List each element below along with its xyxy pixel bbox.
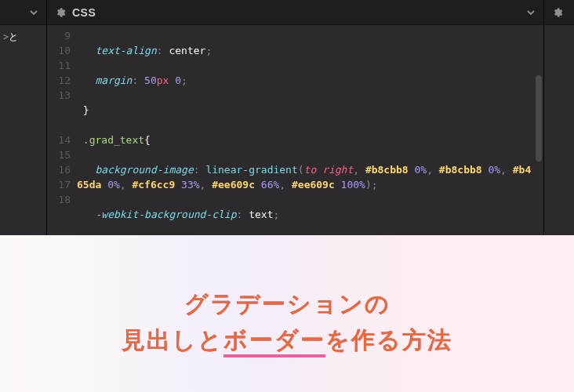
panel-html-header xyxy=(0,0,46,25)
gear-icon[interactable] xyxy=(55,7,66,18)
editor-area: >と CSS 9 10 11 12 13 xyxy=(0,0,574,235)
line-number: 17 xyxy=(47,177,71,192)
line-number: 9 xyxy=(47,28,71,43)
css-code-editor[interactable]: 9 10 11 12 13 14 15 16 17 18 text-align:… xyxy=(47,25,543,235)
line-number: 13 xyxy=(47,88,71,103)
panel-js xyxy=(544,0,574,235)
heading-underlined: ボーダー xyxy=(223,327,325,358)
scrollbar[interactable] xyxy=(536,28,542,232)
line-gutter: 9 10 11 12 13 14 15 16 17 18 xyxy=(47,28,77,235)
line-number: 12 xyxy=(47,73,71,88)
panel-html: >と xyxy=(0,0,47,235)
line-number xyxy=(47,103,71,118)
line-number: 14 xyxy=(47,132,71,147)
panel-css: CSS 9 10 11 12 13 14 15 16 17 xyxy=(47,0,544,235)
preview-pane: グラデーションの 見出しとボーダーを作る方法 xyxy=(0,235,574,392)
line-number: 18 xyxy=(47,192,71,207)
html-code-snippet: >と xyxy=(0,25,46,49)
heading-line-1: グラデーションの xyxy=(184,291,391,317)
code-content[interactable]: text-align: center; margin: 50px 0; } .g… xyxy=(77,28,543,235)
panel-css-title: CSS xyxy=(72,6,96,19)
line-number: 15 xyxy=(47,147,71,162)
gradient-heading: グラデーションの 見出しとボーダーを作る方法 xyxy=(122,286,452,359)
heading-line-2a: 見出しと xyxy=(122,327,223,353)
panel-css-header: CSS xyxy=(47,0,543,25)
line-number xyxy=(47,118,71,132)
chevron-down-icon[interactable] xyxy=(526,8,536,17)
panel-js-header xyxy=(544,0,574,25)
line-number: 11 xyxy=(47,58,71,73)
heading-line-2c: を作る方法 xyxy=(325,327,452,353)
line-number: 16 xyxy=(47,162,71,177)
html-text: と xyxy=(9,31,18,42)
line-number: 10 xyxy=(47,43,71,58)
chevron-down-icon[interactable] xyxy=(29,8,38,17)
scrollbar-thumb[interactable] xyxy=(536,75,542,162)
gear-icon[interactable] xyxy=(552,7,563,18)
